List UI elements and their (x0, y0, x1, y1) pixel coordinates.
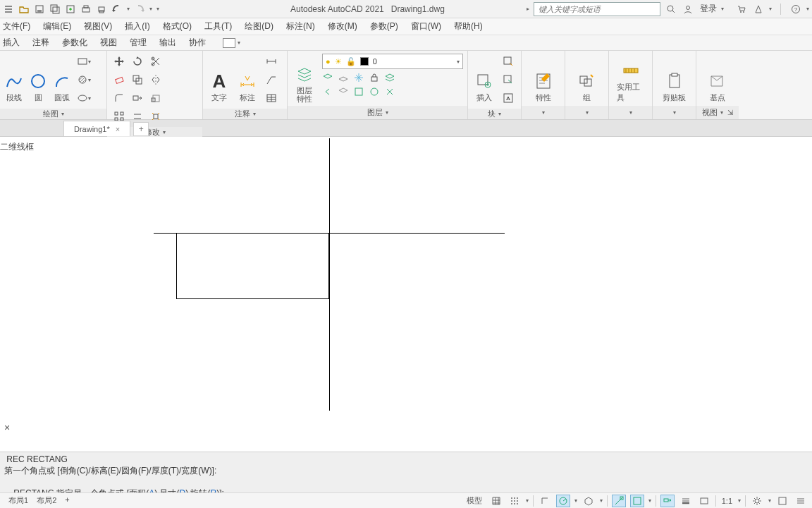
model-button[interactable]: 模型 (464, 495, 485, 506)
menu-dim[interactable]: 标注(N) (286, 20, 315, 32)
saveall-icon[interactable] (49, 4, 61, 15)
save-icon[interactable] (34, 4, 45, 15)
undo-dropdown[interactable]: ▾ (127, 6, 130, 12)
menu-window[interactable]: 窗口(W) (411, 20, 441, 32)
trim-icon[interactable] (148, 54, 164, 69)
polar-dd[interactable]: ▾ (574, 497, 577, 504)
menu-view[interactable]: 视图(V) (84, 20, 112, 32)
rect-icon[interactable]: ▾ (76, 54, 92, 69)
hatch-icon[interactable]: ▾ (76, 72, 92, 87)
search-input-wrap[interactable] (534, 2, 660, 16)
undo-icon[interactable] (111, 4, 123, 15)
layer-lock-icon[interactable] (369, 72, 380, 83)
add-tab-button[interactable]: + (133, 122, 149, 136)
copy-icon[interactable] (130, 72, 145, 87)
insert-block-button[interactable]: 插入 (472, 54, 496, 103)
tpy-icon[interactable] (697, 495, 711, 507)
file-tab[interactable]: Drawing1* × (63, 121, 130, 136)
layer-freeze-icon[interactable] (353, 72, 364, 83)
create-block-icon[interactable] (500, 54, 516, 69)
app-menu-icon[interactable] (3, 4, 14, 15)
saveas-icon[interactable] (65, 4, 76, 15)
util-button[interactable]: 实用工具 (617, 54, 645, 103)
menu-param[interactable]: 参数(P) (370, 20, 398, 32)
a360-dropdown[interactable]: ▾ (769, 6, 772, 12)
close-cmd-icon[interactable]: × (4, 422, 10, 433)
qat-customize[interactable]: ▾ (156, 6, 159, 12)
max-icon[interactable] (775, 495, 789, 507)
redo-icon[interactable] (134, 4, 145, 15)
menu-modify[interactable]: 修改(M) (328, 20, 357, 32)
arc-button[interactable]: 圆弧 (52, 54, 72, 103)
add-layout-tab[interactable]: + (65, 495, 69, 506)
user-icon[interactable] (682, 3, 694, 16)
help-icon[interactable]: ? (789, 3, 802, 16)
menu-help[interactable]: 帮助(H) (454, 20, 483, 32)
iso-dd[interactable]: ▾ (600, 497, 603, 504)
layer-merge-icon[interactable] (384, 86, 395, 97)
command-line-area[interactable]: REC RECTANG 第一个角点或 [倒角(C)/标高(E)/圆角(F)/厚度… (0, 452, 812, 492)
text-button[interactable]: A 文字 (207, 54, 231, 103)
search-icon[interactable] (665, 3, 677, 16)
login-dropdown[interactable]: ▾ (721, 6, 724, 12)
tab-param[interactable]: 参数化 (62, 37, 87, 49)
menu-format[interactable]: 格式(O) (163, 20, 192, 32)
open-icon[interactable] (18, 4, 30, 15)
layer-state-icon[interactable] (353, 86, 364, 97)
leader-icon[interactable] (264, 72, 279, 87)
osnap-icon[interactable] (612, 495, 626, 507)
base-button[interactable]: 基点 (703, 54, 732, 103)
a360-icon[interactable] (752, 3, 765, 16)
fillet-icon[interactable] (111, 90, 127, 106)
paste-button[interactable]: 剪贴板 (660, 54, 689, 103)
otrack-icon[interactable] (630, 495, 644, 507)
edit-block-icon[interactable] (500, 72, 516, 87)
help-dropdown[interactable]: ▾ (806, 6, 809, 12)
rotate-icon[interactable] (130, 54, 145, 69)
layerprops-button[interactable]: 图层 特性 (292, 54, 316, 103)
erase-icon[interactable] (111, 72, 127, 87)
polar-icon[interactable] (556, 495, 570, 507)
menu-file[interactable]: 文件(F) (3, 20, 30, 32)
circle-button[interactable]: 圆 (28, 54, 48, 103)
mirror-icon[interactable] (148, 72, 164, 87)
layer-off-icon[interactable] (338, 72, 349, 83)
explode-icon[interactable] (148, 109, 164, 124)
otrack-dd[interactable]: ▾ (648, 497, 651, 504)
stretch-icon[interactable] (130, 90, 145, 106)
tab-collab[interactable]: 协作 (189, 37, 206, 49)
layer-cur-icon[interactable] (369, 86, 380, 97)
login-label[interactable]: 登录 (700, 3, 717, 15)
props-button[interactable]: 特性 (529, 54, 558, 103)
linear-icon[interactable] (264, 54, 279, 69)
tab-manage[interactable]: 管理 (130, 37, 147, 49)
gear-dd[interactable]: ▾ (768, 497, 771, 504)
menu-insert[interactable]: 插入(I) (125, 20, 149, 32)
snap-dd[interactable]: ▾ (526, 497, 529, 504)
menu-draw[interactable]: 绘图(D) (245, 20, 273, 32)
layout-tab-1[interactable]: 布局1 (8, 495, 28, 506)
polyline-button[interactable]: 段线 (4, 54, 24, 103)
dyn-icon[interactable] (660, 495, 675, 507)
layer-match-icon[interactable] (384, 72, 395, 83)
drawing-canvas[interactable]: 二维线框 (0, 137, 812, 416)
iso-icon[interactable] (582, 495, 596, 507)
customize-icon[interactable] (794, 495, 808, 507)
ortho-icon[interactable] (538, 495, 552, 507)
tab-view[interactable]: 视图 (100, 37, 117, 49)
grid-icon[interactable] (489, 495, 503, 507)
layer-iso-icon[interactable] (322, 72, 333, 83)
redo-dropdown[interactable]: ▾ (149, 6, 152, 12)
scale-label[interactable]: 1:1 (720, 497, 734, 505)
move-icon[interactable] (111, 54, 127, 69)
print-icon[interactable] (96, 4, 107, 15)
menu-edit[interactable]: 编辑(E) (43, 20, 71, 32)
plot-icon[interactable] (80, 4, 92, 15)
tab-insert[interactable]: 插入 (3, 37, 20, 49)
layer-walk-icon[interactable] (338, 86, 349, 97)
group-button[interactable]: 组 (573, 54, 601, 103)
tab-extra[interactable]: ▾ (223, 38, 240, 48)
snap-icon[interactable] (508, 495, 522, 507)
scale-dd[interactable]: ▾ (738, 497, 741, 504)
close-tab-icon[interactable]: × (116, 125, 120, 133)
